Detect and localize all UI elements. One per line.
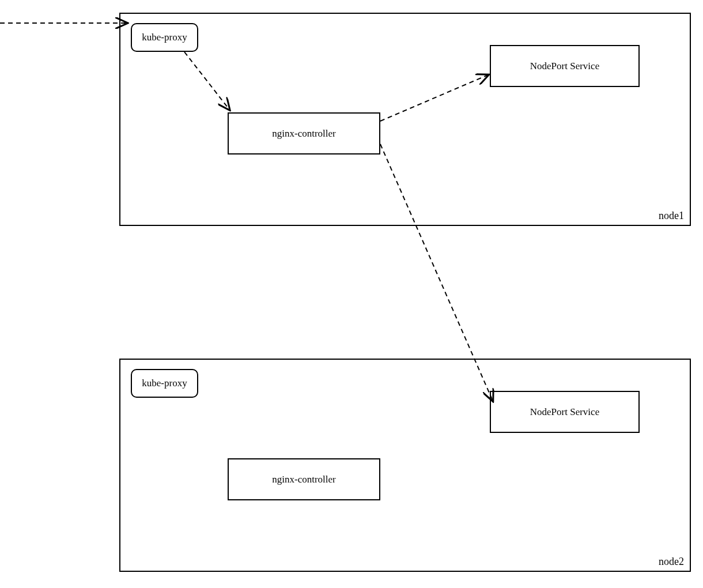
node2-nginx-controller-label: nginx-controller: [272, 474, 335, 485]
node1-nginx-controller: nginx-controller: [228, 112, 380, 154]
node1-kube-proxy-label: kube-proxy: [142, 32, 187, 43]
node1-label: node1: [659, 210, 684, 222]
node2-nginx-controller: nginx-controller: [228, 458, 380, 500]
node2-nodeport-service: NodePort Service: [490, 391, 640, 433]
architecture-diagram: node1 kube-proxy nginx-controller NodePo…: [0, 0, 703, 588]
node1-nginx-controller-label: nginx-controller: [272, 128, 335, 140]
node1-nodeport-service: NodePort Service: [490, 45, 640, 87]
node2-kube-proxy: kube-proxy: [131, 369, 198, 398]
node2-kube-proxy-label: kube-proxy: [142, 378, 187, 389]
node2-label: node2: [659, 556, 684, 568]
node2-nodeport-service-label: NodePort Service: [530, 406, 599, 418]
node1-kube-proxy: kube-proxy: [131, 23, 198, 52]
node1-nodeport-service-label: NodePort Service: [530, 61, 599, 72]
